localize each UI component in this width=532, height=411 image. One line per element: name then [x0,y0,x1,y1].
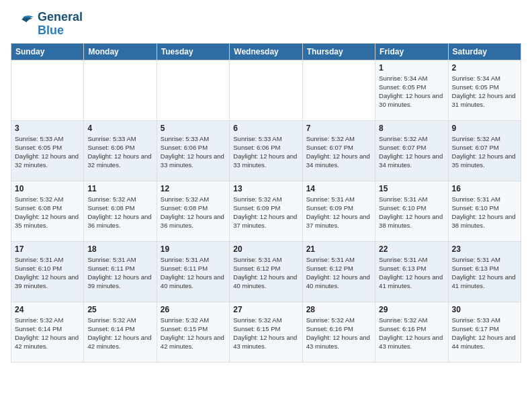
day-info: Sunrise: 5:31 AM Sunset: 6:13 PM Dayligh… [452,255,517,291]
day-number: 5 [161,124,226,133]
calendar-cell: 26Sunrise: 5:32 AM Sunset: 6:15 PM Dayli… [157,302,229,362]
calendar-table: SundayMondayTuesdayWednesdayThursdayFrid… [11,43,521,363]
day-info: Sunrise: 5:32 AM Sunset: 6:14 PM Dayligh… [87,316,152,351]
day-number: 12 [161,184,226,193]
day-number: 19 [161,244,226,254]
day-info: Sunrise: 5:31 AM Sunset: 6:10 PM Dayligh… [15,255,80,291]
day-info: Sunrise: 5:32 AM Sunset: 6:16 PM Dayligh… [306,316,371,351]
calendar-cell: 11Sunrise: 5:32 AM Sunset: 6:08 PM Dayli… [84,181,157,241]
calendar-cell: 10Sunrise: 5:32 AM Sunset: 6:08 PM Dayli… [11,181,84,241]
day-info: Sunrise: 5:31 AM Sunset: 6:12 PM Dayligh… [306,255,371,291]
calendar-cell: 13Sunrise: 5:32 AM Sunset: 6:09 PM Dayli… [230,181,302,241]
day-info: Sunrise: 5:32 AM Sunset: 6:16 PM Dayligh… [379,316,444,351]
day-info: Sunrise: 5:32 AM Sunset: 6:09 PM Dayligh… [233,195,298,230]
day-info: Sunrise: 5:33 AM Sunset: 6:06 PM Dayligh… [87,134,152,170]
day-number: 1 [379,63,444,73]
logo: General Blue [11,11,83,38]
calendar-cell: 30Sunrise: 5:33 AM Sunset: 6:17 PM Dayli… [448,302,521,362]
calendar-cell: 19Sunrise: 5:31 AM Sunset: 6:11 PM Dayli… [157,241,229,302]
calendar-cell [11,60,84,120]
calendar-cell: 2Sunrise: 5:34 AM Sunset: 6:05 PM Daylig… [448,60,521,120]
day-info: Sunrise: 5:32 AM Sunset: 6:08 PM Dayligh… [161,195,226,230]
calendar-cell: 12Sunrise: 5:32 AM Sunset: 6:08 PM Dayli… [157,181,229,241]
calendar-cell: 4Sunrise: 5:33 AM Sunset: 6:06 PM Daylig… [84,120,157,181]
day-number: 15 [379,184,444,193]
day-number: 13 [233,184,298,193]
calendar-cell: 7Sunrise: 5:32 AM Sunset: 6:07 PM Daylig… [302,120,375,181]
calendar-cell: 6Sunrise: 5:33 AM Sunset: 6:06 PM Daylig… [230,120,302,181]
calendar-cell: 29Sunrise: 5:32 AM Sunset: 6:16 PM Dayli… [375,302,448,362]
calendar-cell: 17Sunrise: 5:31 AM Sunset: 6:10 PM Dayli… [11,241,84,302]
weekday-header-friday: Friday [375,43,448,60]
day-info: Sunrise: 5:31 AM Sunset: 6:11 PM Dayligh… [87,255,152,291]
day-number: 3 [15,124,80,133]
calendar-cell: 25Sunrise: 5:32 AM Sunset: 6:14 PM Dayli… [84,302,157,362]
day-info: Sunrise: 5:34 AM Sunset: 6:05 PM Dayligh… [379,74,444,109]
calendar-cell: 16Sunrise: 5:31 AM Sunset: 6:10 PM Dayli… [448,181,521,241]
page-header: General Blue [11,11,521,38]
day-number: 2 [452,63,517,73]
calendar-cell: 21Sunrise: 5:31 AM Sunset: 6:12 PM Dayli… [302,241,375,302]
day-number: 9 [452,124,517,133]
day-number: 28 [306,305,371,314]
day-info: Sunrise: 5:32 AM Sunset: 6:07 PM Dayligh… [452,134,517,170]
day-info: Sunrise: 5:32 AM Sunset: 6:15 PM Dayligh… [233,316,298,351]
calendar-cell: 1Sunrise: 5:34 AM Sunset: 6:05 PM Daylig… [375,60,448,120]
day-info: Sunrise: 5:33 AM Sunset: 6:06 PM Dayligh… [161,134,226,170]
day-number: 29 [379,305,444,314]
day-info: Sunrise: 5:31 AM Sunset: 6:09 PM Dayligh… [306,195,371,230]
day-number: 11 [87,184,152,193]
day-number: 10 [15,184,80,193]
calendar-cell: 28Sunrise: 5:32 AM Sunset: 6:16 PM Dayli… [302,302,375,362]
logo-icon [11,14,35,34]
day-info: Sunrise: 5:33 AM Sunset: 6:05 PM Dayligh… [15,134,80,170]
calendar-cell [157,60,229,120]
day-info: Sunrise: 5:32 AM Sunset: 6:15 PM Dayligh… [161,316,226,351]
logo-text: General Blue [38,11,83,38]
day-number: 4 [87,124,152,133]
day-number: 16 [452,184,517,193]
day-number: 20 [233,244,298,254]
calendar-cell: 3Sunrise: 5:33 AM Sunset: 6:05 PM Daylig… [11,120,84,181]
day-number: 24 [15,305,80,314]
calendar-cell: 23Sunrise: 5:31 AM Sunset: 6:13 PM Dayli… [448,241,521,302]
day-number: 22 [379,244,444,254]
calendar-cell [230,60,302,120]
day-info: Sunrise: 5:32 AM Sunset: 6:14 PM Dayligh… [15,316,80,351]
calendar-cell [302,60,375,120]
day-number: 23 [452,244,517,254]
day-number: 7 [306,124,371,133]
day-number: 25 [87,305,152,314]
weekday-header-monday: Monday [84,43,157,60]
day-number: 8 [379,124,444,133]
day-info: Sunrise: 5:32 AM Sunset: 6:07 PM Dayligh… [306,134,371,170]
day-info: Sunrise: 5:31 AM Sunset: 6:13 PM Dayligh… [379,255,444,291]
calendar-cell: 8Sunrise: 5:32 AM Sunset: 6:07 PM Daylig… [375,120,448,181]
day-info: Sunrise: 5:31 AM Sunset: 6:12 PM Dayligh… [233,255,298,291]
calendar-cell: 20Sunrise: 5:31 AM Sunset: 6:12 PM Dayli… [230,241,302,302]
day-info: Sunrise: 5:32 AM Sunset: 6:08 PM Dayligh… [87,195,152,230]
calendar-cell: 14Sunrise: 5:31 AM Sunset: 6:09 PM Dayli… [302,181,375,241]
day-info: Sunrise: 5:31 AM Sunset: 6:10 PM Dayligh… [452,195,517,230]
day-number: 18 [87,244,152,254]
calendar-cell: 9Sunrise: 5:32 AM Sunset: 6:07 PM Daylig… [448,120,521,181]
day-number: 6 [233,124,298,133]
day-number: 30 [452,305,517,314]
calendar-cell: 22Sunrise: 5:31 AM Sunset: 6:13 PM Dayli… [375,241,448,302]
day-info: Sunrise: 5:31 AM Sunset: 6:11 PM Dayligh… [161,255,226,291]
day-info: Sunrise: 5:34 AM Sunset: 6:05 PM Dayligh… [452,74,517,109]
day-number: 27 [233,305,298,314]
day-info: Sunrise: 5:32 AM Sunset: 6:07 PM Dayligh… [379,134,444,170]
weekday-header-wednesday: Wednesday [230,43,302,60]
calendar-cell: 24Sunrise: 5:32 AM Sunset: 6:14 PM Dayli… [11,302,84,362]
day-number: 21 [306,244,371,254]
day-number: 26 [161,305,226,314]
day-info: Sunrise: 5:33 AM Sunset: 6:17 PM Dayligh… [452,316,517,351]
day-number: 17 [15,244,80,254]
day-info: Sunrise: 5:33 AM Sunset: 6:06 PM Dayligh… [233,134,298,170]
day-info: Sunrise: 5:32 AM Sunset: 6:08 PM Dayligh… [15,195,80,230]
weekday-header-saturday: Saturday [448,43,521,60]
calendar-cell: 27Sunrise: 5:32 AM Sunset: 6:15 PM Dayli… [230,302,302,362]
day-number: 14 [306,184,371,193]
calendar-cell: 18Sunrise: 5:31 AM Sunset: 6:11 PM Dayli… [84,241,157,302]
